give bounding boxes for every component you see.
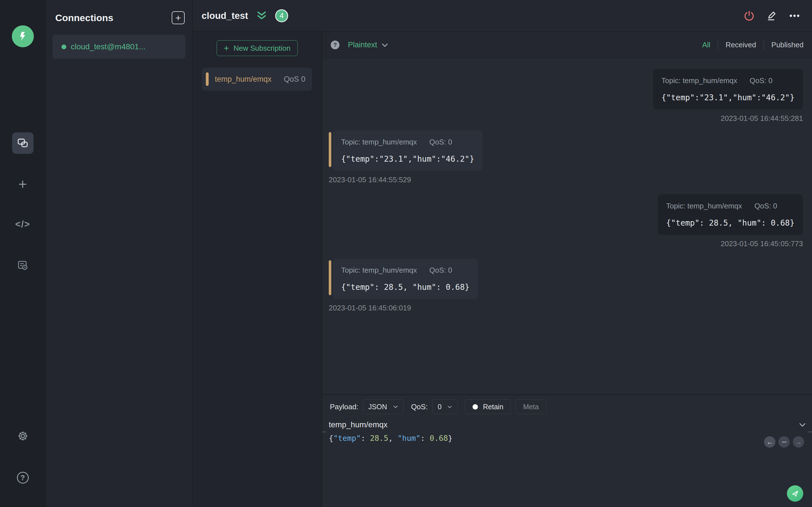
message-bubble[interactable]: Topic: temp_hum/emqx QoS: 0 {"temp": 28.…: [658, 194, 803, 235]
connections-title: Connections: [55, 12, 113, 23]
chevron-down-icon: [447, 405, 452, 409]
message-filters: All Received Published: [702, 41, 804, 49]
message-topic: Topic: temp_hum/emqx: [666, 202, 742, 210]
connection-title: cloud_test: [202, 10, 248, 21]
message-bubble[interactable]: Topic: temp_hum/emqx QoS: 0 {"temp":"23.…: [333, 130, 483, 171]
send-button[interactable]: [787, 485, 803, 502]
message-list: Topic: temp_hum/emqx QoS: 0 {"temp":"23.…: [322, 59, 812, 394]
nav-settings-button[interactable]: [12, 425, 34, 447]
message-qos: QoS: 0: [755, 202, 777, 210]
topic-input-row: temp_hum/emqx: [329, 420, 806, 430]
message-qos: QoS: 0: [429, 138, 452, 147]
filter-received[interactable]: Received: [725, 41, 756, 49]
payload-type-value: JSON: [368, 403, 387, 411]
payload-token: }: [448, 434, 453, 443]
send-paper-plane-icon: [791, 489, 799, 498]
message-payload: {"temp": 28.5, "hum": 0.68}: [341, 283, 469, 292]
qos-value: 0: [438, 403, 442, 411]
help-question-icon: ?: [17, 472, 29, 484]
filter-divider: [763, 41, 764, 49]
collapse-editor-chevron-icon[interactable]: [799, 421, 806, 428]
message-topic: Topic: temp_hum/emqx: [341, 266, 417, 275]
nav-new-connection-button[interactable]: +: [12, 173, 34, 195]
settings-gear-icon: [17, 431, 29, 442]
publish-options-bar: Payload: JSON QoS: 0 Retain: [330, 399, 546, 414]
retain-label: Retain: [483, 403, 503, 411]
edit-connection-button[interactable]: [766, 10, 777, 22]
connection-topbar: cloud_test 4: [193, 0, 812, 32]
topic-input[interactable]: temp_hum/emqx: [329, 420, 388, 429]
connection-list-item[interactable]: cloud_test@m4801...: [52, 35, 186, 59]
payload-token: 28.5: [370, 434, 388, 443]
connections-icon: [17, 138, 29, 149]
payload-token: :: [361, 434, 370, 443]
history-next-button[interactable]: →: [793, 436, 804, 448]
filter-divider: [718, 41, 718, 49]
payload-format-help-icon[interactable]: ?: [331, 41, 340, 49]
disconnect-power-button[interactable]: [743, 10, 755, 22]
mqttx-logo: [12, 25, 34, 47]
chevron-down-icon[interactable]: [381, 42, 389, 48]
filter-all[interactable]: All: [702, 41, 710, 49]
message-timestamp: 2023-01-05 16:44:55:281: [653, 114, 803, 123]
meta-button[interactable]: Meta: [515, 399, 546, 414]
message-payload: {"temp": 28.5, "hum": 0.68}: [666, 218, 795, 228]
plus-icon: +: [18, 177, 27, 191]
history-clear-button[interactable]: [778, 436, 790, 448]
subscription-color-bar: [206, 72, 209, 86]
more-options-button[interactable]: [788, 10, 801, 22]
payload-token: :: [420, 434, 430, 443]
expand-connection-chevrons-icon[interactable]: [255, 10, 268, 21]
history-prev-button[interactable]: ←: [764, 436, 775, 448]
published-message: Topic: temp_hum/emqx QoS: 0 {"temp": 28.…: [658, 194, 803, 248]
add-connection-button[interactable]: +: [172, 11, 185, 24]
topbar-actions: [743, 10, 801, 22]
nav-log-button[interactable]: [12, 255, 34, 276]
subscription-color-bar: [329, 260, 331, 295]
history-nav-buttons: ← →: [764, 436, 804, 448]
qos-select[interactable]: 0: [432, 399, 458, 414]
resize-handle-tick[interactable]: [808, 432, 812, 432]
mqttx-logo-bolt-icon: [17, 31, 29, 42]
qos-label: QoS:: [411, 402, 428, 411]
publish-editor: Payload: JSON QoS: 0 Retain: [322, 394, 812, 507]
message-timestamp: 2023-01-05 16:44:55:529: [329, 175, 483, 184]
connections-header: Connections +: [46, 0, 192, 24]
message-timestamp: 2023-01-05 16:45:06:019: [329, 304, 478, 313]
resize-handle-tick[interactable]: [322, 432, 326, 432]
published-message: Topic: temp_hum/emqx QoS: 0 {"temp":"23.…: [653, 69, 803, 123]
connection-item-label: cloud_test@m4801...: [71, 42, 146, 51]
payload-token: "temp": [333, 434, 361, 443]
nav-help-button[interactable]: ?: [12, 467, 34, 489]
message-bubble[interactable]: Topic: temp_hum/emqx QoS: 0 {"temp": 28.…: [333, 259, 478, 299]
payload-input[interactable]: {"temp": 28.5, "hum": 0.68}: [329, 434, 453, 443]
content-area: + New Subscription temp_hum/emqx QoS 0 ?…: [193, 32, 812, 507]
plus-icon: +: [224, 44, 229, 53]
message-bubble[interactable]: Topic: temp_hum/emqx QoS: 0 {"temp":"23.…: [653, 69, 803, 110]
message-topic: Topic: temp_hum/emqx: [341, 138, 417, 147]
subscription-qos: QoS 0: [284, 75, 305, 83]
connected-status-dot: [61, 45, 66, 49]
subscription-item[interactable]: temp_hum/emqx QoS 0: [202, 68, 312, 91]
new-subscription-label: New Subscription: [234, 44, 290, 53]
filter-published[interactable]: Published: [771, 41, 804, 49]
payload-format-select[interactable]: Plaintext: [348, 41, 377, 49]
messages-toolbar: ? Plaintext All Received Published: [322, 32, 812, 59]
nav-connections-button[interactable]: [12, 132, 34, 154]
minus-icon: [782, 442, 786, 443]
meta-label: Meta: [523, 403, 539, 411]
message-qos: QoS: 0: [750, 76, 772, 85]
log-icon: [17, 260, 29, 271]
code-icon: </>: [15, 219, 31, 230]
new-subscription-button[interactable]: + New Subscription: [216, 40, 298, 56]
subscription-topic: temp_hum/emqx: [215, 75, 271, 83]
payload-token: "hum": [398, 434, 420, 443]
message-payload: {"temp":"23.1","hum":"46.2"}: [341, 154, 474, 164]
app-sidebar: + </> ?: [0, 0, 46, 507]
payload-label: Payload:: [330, 402, 358, 411]
subscription-color-bar: [329, 132, 331, 167]
nav-script-button[interactable]: </>: [12, 214, 34, 235]
payload-type-select[interactable]: JSON: [363, 399, 404, 414]
message-timestamp: 2023-01-05 16:45:05:773: [658, 239, 803, 248]
retain-toggle-button[interactable]: Retain: [465, 399, 511, 414]
